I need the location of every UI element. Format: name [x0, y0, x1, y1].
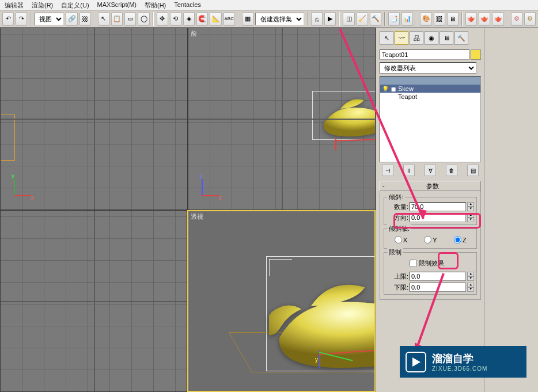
select-lasso-button[interactable]: ◯ [138, 12, 149, 26]
move-button[interactable]: ✥ [157, 12, 168, 26]
view-dropdown[interactable]: 视图 [34, 13, 64, 25]
align-button[interactable]: ◫ [343, 12, 354, 26]
lower-spinner[interactable] [410, 283, 466, 292]
erase-button[interactable]: 🧹 [357, 12, 368, 26]
amount-spinner[interactable] [410, 202, 466, 211]
object-name-input[interactable] [380, 50, 469, 60]
select-rect-button[interactable]: ▭ [124, 12, 136, 26]
cog-button[interactable]: ⚙ [524, 12, 536, 26]
upper-label: 上限: [387, 272, 408, 281]
menu-editor[interactable]: 编辑器 [5, 1, 24, 9]
menu-tentacles[interactable]: Tentacles [174, 1, 200, 9]
sheet-button[interactable]: 📊 [401, 12, 413, 26]
layers-button[interactable]: 📑 [388, 12, 400, 26]
abc-button[interactable]: ABC [223, 12, 235, 26]
snap2-button[interactable]: 📐 [210, 12, 221, 26]
misc1-button[interactable]: ▦ [242, 12, 253, 26]
direction-spinner[interactable] [410, 213, 466, 222]
expand-icon[interactable]: ◼ [391, 86, 396, 92]
cp-tab-motion[interactable]: ◉ [425, 31, 438, 45]
viewport-front[interactable]: 前 x z x [188, 28, 376, 210]
hammer-button[interactable]: 🔨 [370, 12, 381, 26]
watermark-url: ZIXUE.3D66.COM [432, 366, 487, 372]
axis-z-radio[interactable]: Z [454, 236, 467, 243]
scale-button[interactable]: ◈ [183, 12, 195, 26]
pin-stack-button[interactable]: ⊣ [382, 165, 393, 176]
viewports: y x 前 x z x [0, 28, 376, 392]
render2-button[interactable]: 🖥 [447, 12, 459, 26]
rotate-button[interactable]: ⟲ [170, 12, 181, 26]
viewport-perspective[interactable]: 透视 y [187, 210, 376, 393]
menu-customize[interactable]: 自定义(U) [61, 1, 89, 9]
cp-tab-select[interactable]: ↖ [380, 31, 393, 45]
play-icon [406, 352, 426, 372]
lower-label: 下限: [387, 283, 408, 292]
params-rollout-header[interactable]: -参数 [380, 181, 481, 191]
axis-group-label: 倾斜轴: [387, 224, 411, 233]
undo-button[interactable]: ↶ [2, 12, 14, 26]
menu-bar: 编辑器 渲染(R) 自定义(U) MAXScript(M) 帮助(H) Tent… [0, 0, 538, 10]
limit-group-label: 限制 [387, 248, 403, 257]
link-button[interactable]: 🔗 [66, 12, 77, 26]
menu-render[interactable]: 渲染(R) [32, 1, 53, 9]
bind-button[interactable]: ⛓ [79, 12, 91, 26]
axis-y-radio[interactable]: Y [424, 236, 437, 243]
render1-button[interactable]: 🖼 [434, 12, 445, 26]
misc2-button[interactable]: ▶ [324, 12, 336, 26]
amount-down[interactable]: ▼ [467, 207, 474, 211]
make-unique-button[interactable]: ∀ [425, 165, 436, 176]
stack-item-skew[interactable]: 💡 ◼ Skew [380, 85, 480, 93]
modifier-list-dropdown[interactable]: 修改器列表 [380, 62, 476, 74]
stack-item-teapot[interactable]: Teapot [380, 93, 480, 101]
direction-up[interactable]: ▲ [467, 213, 474, 218]
cp-tab-modify[interactable]: 〰 [395, 31, 408, 45]
modifier-stack[interactable]: 💡 ◼ Skew Teapot [380, 76, 481, 162]
remove-mod-button[interactable]: 🗑 [446, 165, 457, 176]
lower-down[interactable]: ▼ [467, 287, 474, 292]
cp-tab-utilities[interactable]: 🔨 [454, 31, 468, 45]
main-toolbar: ↶ ↷ 视图 🔗 ⛓ ↖ 📋 ▭ ◯ ✥ ⟲ ◈ 🧲 📐 ABC ▦ 创建选择集… [0, 10, 538, 28]
mirror-button[interactable]: ⎌ [311, 12, 323, 26]
viewport-front-label: 前 [191, 29, 197, 38]
upper-spinner[interactable] [410, 272, 466, 281]
skew-group-label: 倾斜: [387, 193, 405, 201]
viewport-bottom-left[interactable] [0, 210, 187, 393]
cp-tab-hierarchy[interactable]: 品 [410, 31, 423, 45]
menu-maxscript[interactable]: MAXScript(M) [97, 1, 137, 9]
lower-up[interactable]: ▲ [467, 283, 474, 287]
watermark-brand: 溜溜自学 [432, 352, 487, 366]
axis-x-radio[interactable]: X [395, 236, 407, 243]
select-button[interactable]: ↖ [98, 12, 109, 26]
svg-marker-4 [412, 357, 420, 367]
schematic-button[interactable]: ⚙ [511, 12, 522, 26]
snap-button[interactable]: 🧲 [196, 12, 208, 26]
upper-up[interactable]: ▲ [467, 272, 474, 276]
direction-label: 方向: [387, 214, 408, 222]
configure-button[interactable]: ▤ [467, 165, 479, 176]
teapot-icon-3[interactable]: 🫖 [492, 12, 503, 26]
command-panel: ↖ 〰 品 ◉ 🖥 🔨 修改器列表 💡 ◼ Skew [376, 28, 538, 392]
teapot-icon-1[interactable]: 🫖 [465, 12, 477, 26]
select-name-button[interactable]: 📋 [111, 12, 123, 26]
menu-help[interactable]: 帮助(H) [145, 1, 166, 9]
upper-down[interactable]: ▼ [467, 276, 474, 281]
teapot-icon-2[interactable]: 🫖 [479, 12, 490, 26]
lightbulb-icon[interactable]: 💡 [382, 86, 389, 92]
direction-down[interactable]: ▼ [467, 218, 474, 222]
watermark: 溜溜自学 ZIXUE.3D66.COM [400, 346, 526, 378]
amount-up[interactable]: ▲ [467, 202, 474, 207]
material-button[interactable]: 🎨 [420, 12, 431, 26]
object-color-swatch[interactable] [471, 50, 481, 60]
selection-set-dropdown[interactable]: 创建选择集 [255, 13, 304, 25]
redo-button[interactable]: ↷ [16, 12, 27, 26]
show-result-button[interactable]: ⅠⅠ [403, 165, 415, 176]
viewport-top-left[interactable]: y x [0, 28, 188, 210]
cp-tab-display[interactable]: 🖥 [440, 31, 453, 45]
amount-label: 数量: [387, 203, 408, 211]
viewport-persp-label: 透视 [191, 212, 203, 221]
limit-effect-check[interactable]: 限制效果 [410, 259, 474, 268]
